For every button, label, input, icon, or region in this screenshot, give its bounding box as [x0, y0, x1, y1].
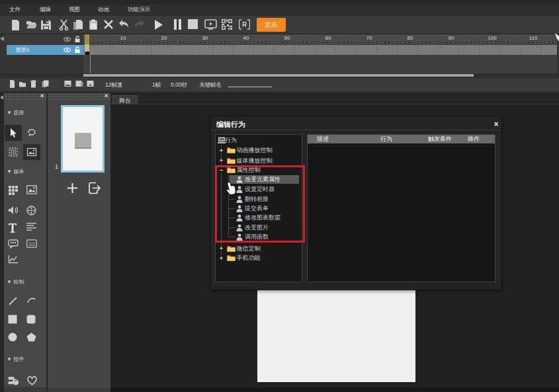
svg-text:1/2: 1/2: [28, 241, 35, 246]
